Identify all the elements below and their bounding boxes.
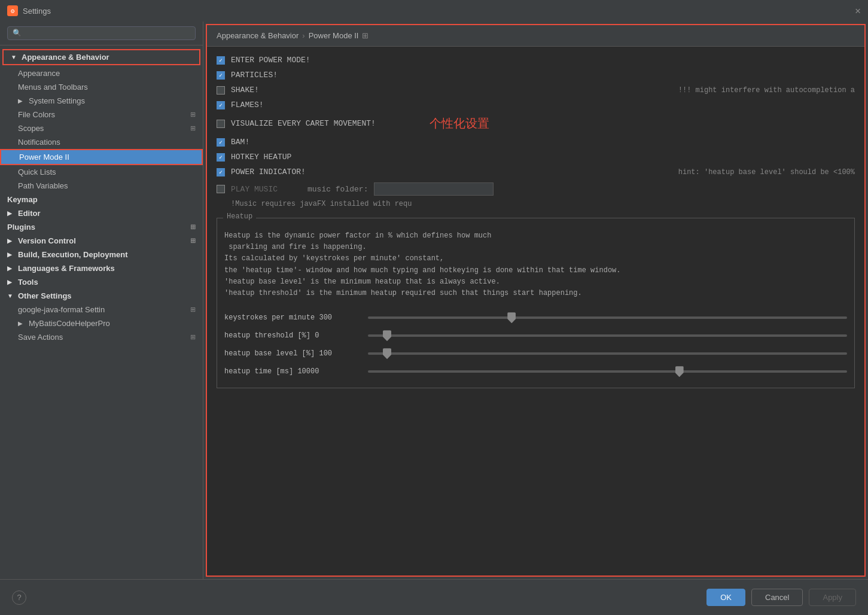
- sidebar-item-label: Appearance: [18, 69, 60, 78]
- music-folder-input[interactable]: [374, 182, 494, 196]
- heatup-section: Heatup Heatup is the dynamic power facto…: [217, 218, 855, 388]
- slider-heatup-time: heatup time [ms] 10000: [224, 363, 847, 380]
- sidebar-item-label: google-java-format Settin: [18, 305, 105, 314]
- sidebar-item-label: Languages & Frameworks: [18, 264, 115, 273]
- sidebar-item-plugins[interactable]: Plugins ⊞: [0, 220, 203, 234]
- sidebar-item-label: Keymap: [7, 195, 38, 204]
- checkbox-shake[interactable]: [217, 86, 225, 95]
- sidebar-item-languages-frameworks[interactable]: ▶ Languages & Frameworks: [0, 261, 203, 275]
- search-input-wrap[interactable]: 🔍: [7, 26, 196, 40]
- checkbox-power-indicator[interactable]: [217, 168, 225, 176]
- sidebar-item-label: Build, Execution, Deployment: [18, 250, 127, 259]
- sidebar-item-label: Tools: [18, 278, 38, 287]
- sidebar-item-system-settings[interactable]: ▶ System Settings: [0, 94, 203, 108]
- checkbox-particles[interactable]: [217, 71, 225, 80]
- option-label-visualize-caret: VISUALIZE EVERY CARET MOVEMENT!: [231, 119, 376, 128]
- slider-heatup-time-track[interactable]: [368, 370, 847, 373]
- sidebar-item-build-execution[interactable]: ▶ Build, Execution, Deployment: [0, 248, 203, 261]
- slider-keystrokes: keystrokes per minute 300: [224, 309, 847, 327]
- help-button[interactable]: ?: [12, 590, 26, 605]
- window-title: Settings: [23, 7, 51, 16]
- slider-keystrokes-track[interactable]: [368, 316, 847, 319]
- expand-arrow: ▶: [7, 251, 14, 258]
- option-label-particles: PARTICLES!: [231, 71, 278, 80]
- ok-button[interactable]: OK: [706, 589, 745, 606]
- heatup-desc-line5: 'heatup base level' is the minimum heatu…: [224, 276, 847, 288]
- sidebar-item-version-control[interactable]: ▶ Version Control ⊞: [0, 234, 203, 248]
- sidebar-item-quick-lists[interactable]: Quick Lists: [0, 165, 203, 179]
- checkbox-enter-power-mode[interactable]: [217, 56, 225, 65]
- heatup-desc-line2: sparkling and fire is happening.: [224, 242, 847, 253]
- sidebar-item-mybatis[interactable]: ▶ MyBatisCodeHelperPro: [0, 316, 203, 330]
- option-label-enter-power-mode: ENTER POWER MODE!: [231, 56, 310, 65]
- sidebar-item-label: Power Mode II: [19, 153, 69, 162]
- music-warning: !Music requires javaFX installed with re…: [217, 199, 855, 213]
- slider-heatup-threshold: heatup threshold [%] 0: [224, 327, 847, 345]
- sidebar-item-label: Other Settings: [18, 291, 72, 300]
- chinese-label: 个性化设置: [430, 115, 489, 132]
- sidebar-item-scopes[interactable]: Scopes ⊞: [0, 121, 203, 135]
- heatup-desc-line1: Heatup is the dynamic power factor in % …: [224, 230, 847, 242]
- settings-icon: ⊞: [190, 333, 196, 341]
- settings-icon: ⊞: [190, 306, 196, 313]
- heatup-desc-line4: the 'heatup time'- window and how much t…: [224, 265, 847, 276]
- footer: ? OK Cancel Apply: [0, 579, 868, 615]
- content-header: Appearance & Behavior › Power Mode II ⊞: [207, 25, 864, 47]
- sidebar-item-appearance[interactable]: Appearance: [0, 66, 203, 80]
- breadcrumb-separator: ›: [302, 31, 304, 40]
- option-label-shake: SHAKE!: [231, 86, 259, 95]
- sidebar-item-google-java[interactable]: google-java-format Settin ⊞: [0, 303, 203, 316]
- option-enter-power-mode: ENTER POWER MODE!: [217, 53, 855, 68]
- content-panel: Appearance & Behavior › Power Mode II ⊞ …: [206, 24, 866, 577]
- option-hotkey-heatup: HOTKEY HEATUP: [217, 150, 855, 165]
- option-label-flames: FLAMES!: [231, 101, 264, 109]
- sidebar-item-path-variables[interactable]: Path Variables: [0, 179, 203, 193]
- expand-arrow: ▶: [7, 238, 14, 244]
- search-input[interactable]: [25, 29, 190, 38]
- sidebar-item-keymap[interactable]: Keymap: [0, 193, 203, 206]
- expand-arrow: ▶: [7, 210, 14, 217]
- sidebar-item-label: Scopes: [18, 124, 44, 133]
- slider-heatup-base-track[interactable]: [368, 352, 847, 355]
- sidebar: 🔍 ▼ Appearance & Behavior Appearance Men…: [0, 22, 203, 579]
- sidebar-item-notifications[interactable]: Notifications: [0, 135, 203, 149]
- sidebar-item-appearance-behavior[interactable]: ▼ Appearance & Behavior: [2, 49, 200, 65]
- sidebar-item-editor[interactable]: ▶ Editor: [0, 206, 203, 220]
- checkbox-hotkey-heatup[interactable]: [217, 153, 225, 162]
- cancel-button[interactable]: Cancel: [751, 589, 803, 606]
- sidebar-item-label: Quick Lists: [18, 168, 56, 176]
- search-icon: 🔍: [13, 29, 22, 38]
- sidebar-item-other-settings[interactable]: ▼ Other Settings: [0, 289, 203, 303]
- slider-heatup-threshold-track[interactable]: [368, 334, 847, 337]
- option-bam: BAM!: [217, 135, 855, 150]
- sidebar-item-save-actions[interactable]: Save Actions ⊞: [0, 330, 203, 344]
- music-folder-label: music folder:: [307, 185, 368, 194]
- expand-arrow: ▶: [7, 279, 14, 285]
- slider-heatup-time-thumb[interactable]: [675, 366, 684, 377]
- checkbox-flames[interactable]: [217, 101, 225, 109]
- option-label-play-music: PLAY MUSIC: [231, 185, 278, 194]
- checkbox-visualize-caret[interactable]: [217, 120, 225, 128]
- sidebar-item-menus-toolbars[interactable]: Menus and Toolbars: [0, 80, 203, 94]
- slider-heatup-base-thumb[interactable]: [383, 348, 391, 359]
- slider-heatup-threshold-thumb[interactable]: [383, 330, 391, 341]
- checkbox-bam[interactable]: [217, 138, 225, 147]
- heatup-description: Heatup is the dynamic power factor in % …: [224, 230, 847, 299]
- sidebar-item-file-colors[interactable]: File Colors ⊞: [0, 108, 203, 121]
- sidebar-item-tools[interactable]: ▶ Tools: [0, 275, 203, 289]
- slider-keystrokes-thumb[interactable]: [507, 312, 516, 323]
- heatup-title: Heatup: [223, 212, 256, 221]
- sidebar-item-power-mode-ii[interactable]: Power Mode II: [0, 149, 203, 165]
- sidebar-item-label: Path Variables: [18, 181, 68, 190]
- close-button[interactable]: ✕: [855, 5, 861, 17]
- settings-icon: ⊞: [190, 237, 196, 245]
- content-scroll[interactable]: ENTER POWER MODE! PARTICLES! SHAKE! !!! …: [207, 47, 864, 576]
- slider-heatup-threshold-label: heatup threshold [%] 0: [224, 331, 362, 340]
- settings-icon: ⊞: [190, 124, 196, 132]
- expand-arrow: ▼: [7, 293, 14, 299]
- checkbox-play-music[interactable]: [217, 185, 225, 193]
- expand-arrow: ▶: [18, 320, 25, 327]
- option-label-power-indicator: POWER INDICATOR!: [231, 168, 306, 176]
- slider-heatup-time-label: heatup time [ms] 10000: [224, 367, 362, 376]
- apply-button[interactable]: Apply: [809, 589, 856, 606]
